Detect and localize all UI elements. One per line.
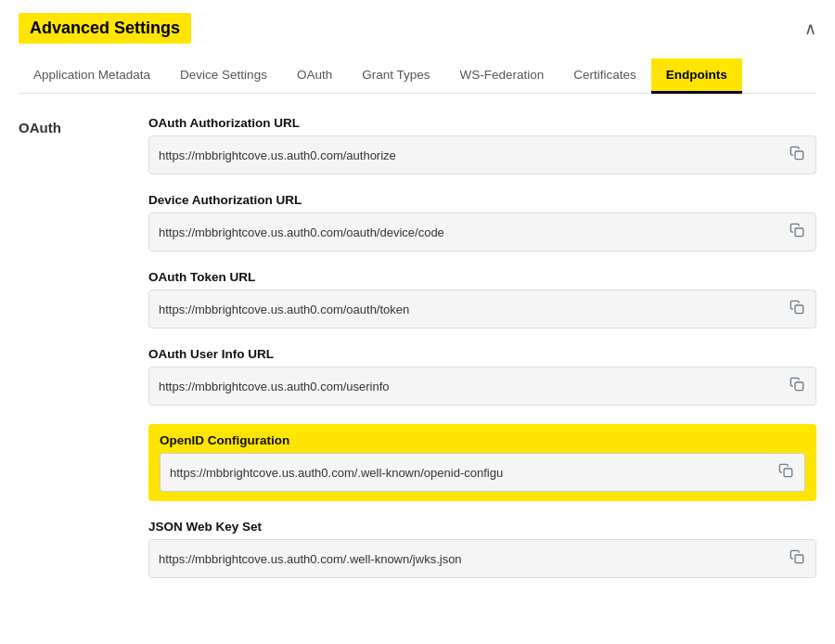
page-container: Advanced Settings ∧ Application Metadata… (0, 0, 835, 644)
field-label-device-auth-url: Device Authorization URL (148, 193, 816, 207)
url-value-oauth-auth-url: https://mbbrightcove.us.auth0.com/author… (159, 148, 780, 162)
copy-button-oauth-userinfo-url[interactable] (788, 375, 806, 397)
url-value-oauth-userinfo-url: https://mbbrightcove.us.auth0.com/userin… (159, 380, 780, 393)
tab-certificates[interactable]: Certificates (559, 58, 651, 94)
url-wrapper-oauth-userinfo-url: https://mbbrightcove.us.auth0.com/userin… (148, 367, 816, 406)
svg-rect-5 (795, 555, 803, 563)
url-value-oauth-token-url: https://mbbrightcove.us.auth0.com/oauth/… (159, 303, 780, 316)
copy-button-oauth-token-url[interactable] (788, 298, 806, 320)
tab-device-settings[interactable]: Device Settings (165, 58, 282, 94)
section-label: OAuth (19, 116, 111, 578)
page-title: Advanced Settings (19, 13, 191, 44)
svg-rect-2 (795, 305, 803, 314)
tab-oauth[interactable]: OAuth (282, 58, 347, 94)
url-wrapper-jwks: https://mbbrightcove.us.auth0.com/.well-… (148, 539, 816, 578)
field-label-openid-config: OpenID Configuration (160, 433, 805, 447)
url-value-openid-config: https://mbbrightcove.us.auth0.com/.well-… (170, 466, 769, 480)
field-label-oauth-token-url: OAuth Token URL (148, 270, 816, 284)
url-wrapper-oauth-auth-url: https://mbbrightcove.us.auth0.com/author… (148, 135, 816, 174)
collapse-button[interactable]: ∧ (804, 19, 816, 39)
url-value-jwks: https://mbbrightcove.us.auth0.com/.well-… (159, 552, 780, 566)
copy-button-device-auth-url[interactable] (788, 221, 806, 243)
svg-rect-3 (795, 382, 803, 391)
copy-button-oauth-auth-url[interactable] (788, 144, 806, 166)
svg-rect-1 (795, 228, 803, 237)
tab-application-metadata[interactable]: Application Metadata (19, 58, 165, 94)
fields-container: OAuth Authorization URLhttps://mbbrightc… (148, 116, 816, 578)
field-group-device-auth-url: Device Authorization URLhttps://mbbright… (148, 193, 816, 251)
url-wrapper-device-auth-url: https://mbbrightcove.us.auth0.com/oauth/… (148, 213, 816, 251)
svg-rect-0 (795, 151, 803, 160)
field-group-oauth-userinfo-url: OAuth User Info URLhttps://mbbrightcove.… (148, 347, 816, 406)
tab-grant-types[interactable]: Grant Types (347, 58, 444, 94)
copy-button-jwks[interactable] (788, 547, 806, 570)
field-group-oauth-auth-url: OAuth Authorization URLhttps://mbbrightc… (148, 116, 816, 174)
tab-endpoints[interactable]: Endpoints (651, 58, 742, 94)
field-label-jwks: JSON Web Key Set (148, 520, 816, 534)
tabs-bar: Application MetadataDevice SettingsOAuth… (19, 58, 816, 94)
svg-rect-4 (784, 469, 792, 477)
content-area: OAuth OAuth Authorization URLhttps://mbb… (19, 116, 816, 578)
url-wrapper-oauth-token-url: https://mbbrightcove.us.auth0.com/oauth/… (148, 290, 816, 328)
copy-button-openid-config[interactable] (777, 461, 795, 483)
field-label-oauth-auth-url: OAuth Authorization URL (148, 116, 816, 130)
tab-ws-federation[interactable]: WS-Federation (444, 58, 559, 94)
url-wrapper-openid-config: https://mbbrightcove.us.auth0.com/.well-… (160, 453, 805, 492)
field-label-oauth-userinfo-url: OAuth User Info URL (148, 347, 816, 361)
url-value-device-auth-url: https://mbbrightcove.us.auth0.com/oauth/… (159, 225, 780, 239)
header: Advanced Settings ∧ (19, 13, 816, 44)
field-group-openid-config: OpenID Configurationhttps://mbbrightcove… (148, 424, 816, 501)
field-group-jwks: JSON Web Key Sethttps://mbbrightcove.us.… (148, 520, 816, 578)
field-group-oauth-token-url: OAuth Token URLhttps://mbbrightcove.us.a… (148, 270, 816, 328)
